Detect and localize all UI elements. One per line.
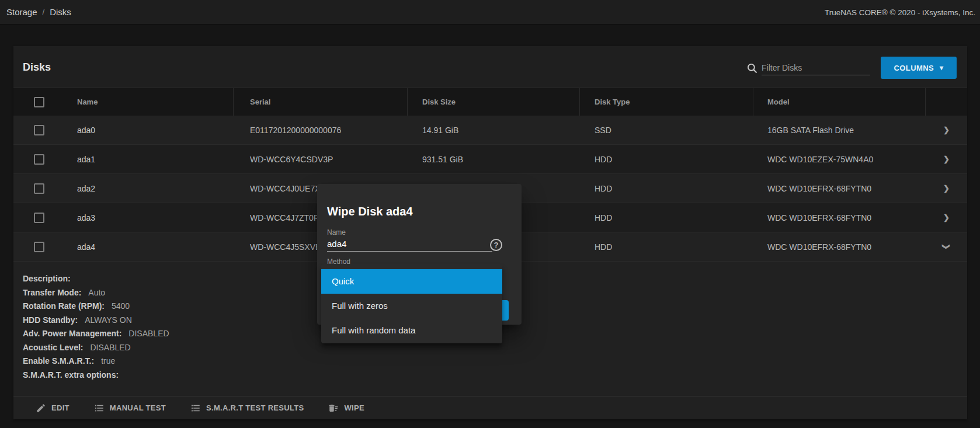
- truenas-disks-page: Storage / Disks TrueNAS CORE® © 2020 - i…: [0, 0, 980, 428]
- method-option-full-random[interactable]: Full with random data: [321, 318, 502, 343]
- edit-button-label: EDIT: [51, 403, 69, 412]
- cell-disk-type: HDD: [580, 232, 753, 261]
- select-all-checkbox[interactable]: [34, 97, 44, 107]
- cell-disk-size: 931.51 GiB: [408, 145, 580, 173]
- disk-name-input[interactable]: [327, 236, 492, 252]
- breadcrumb-storage[interactable]: Storage: [6, 7, 37, 17]
- detail-label: Transfer Mode:: [23, 288, 81, 297]
- filter-disks-input[interactable]: [762, 60, 870, 75]
- cell-disk-type: HDD: [580, 203, 753, 232]
- cell-name: ada3: [72, 203, 234, 232]
- cell-name: ada1: [72, 145, 234, 173]
- row-checkbox[interactable]: [34, 213, 44, 223]
- detail-label: S.M.A.R.T. extra options:: [23, 370, 119, 380]
- chevron-down-icon[interactable]: ❯: [942, 243, 951, 250]
- help-icon[interactable]: ?: [490, 239, 502, 251]
- method-dropdown-panel: Quick Full with zeros Full with random d…: [321, 264, 502, 343]
- wipe-icon: [328, 403, 339, 413]
- columns-button-label: COLUMNS: [894, 64, 934, 72]
- breadcrumb-disks: Disks: [50, 7, 71, 17]
- header-model[interactable]: Model: [753, 88, 926, 116]
- manual-test-button[interactable]: MANUAL TEST: [94, 403, 166, 413]
- method-option-full-zeros[interactable]: Full with zeros: [321, 294, 502, 318]
- cell-disk-type: HDD: [580, 174, 753, 203]
- detail-label: Description:: [23, 274, 71, 283]
- cell-model: 16GB SATA Flash Drive: [753, 116, 926, 144]
- detail-value: DISABLED: [128, 329, 169, 338]
- detail-row: S.M.A.R.T. extra options:: [23, 368, 967, 382]
- cell-name: ada2: [72, 174, 234, 203]
- columns-button[interactable]: COLUMNS ▾: [881, 57, 957, 79]
- header-serial[interactable]: Serial: [234, 88, 408, 116]
- name-field-label: Name: [327, 228, 346, 236]
- row-checkbox[interactable]: [34, 183, 44, 194]
- detail-label: Adv. Power Management:: [23, 329, 121, 338]
- cell-name: ada0: [72, 116, 234, 144]
- row-checkbox[interactable]: [34, 154, 44, 165]
- wipe-button[interactable]: WIPE: [328, 403, 364, 413]
- chevron-right-icon[interactable]: ❯: [943, 184, 950, 193]
- edit-button[interactable]: EDIT: [36, 403, 69, 413]
- caret-down-icon: ▾: [940, 64, 943, 72]
- detail-row: Enable S.M.A.R.T.:true: [23, 354, 967, 368]
- manual-test-button-label: MANUAL TEST: [110, 403, 166, 412]
- smart-test-results-button[interactable]: S.M.A.R.T TEST RESULTS: [190, 403, 304, 413]
- bulleted-list-icon: [190, 403, 201, 413]
- header-disk-type[interactable]: Disk Type: [580, 88, 753, 116]
- cell-model: WDC WD10EFRX-68FYTN0: [753, 232, 926, 261]
- page-title: Disks: [23, 61, 51, 74]
- header-disk-size[interactable]: Disk Size: [408, 88, 580, 116]
- detail-value: DISABLED: [90, 343, 130, 352]
- detail-value: Auto: [88, 288, 105, 297]
- detail-value: ALWAYS ON: [85, 315, 132, 325]
- method-option-quick[interactable]: Quick: [321, 269, 502, 294]
- cell-disk-type: HDD: [580, 145, 753, 173]
- wipe-button-label: WIPE: [344, 403, 364, 412]
- detail-label: Rotation Rate (RPM):: [23, 301, 105, 311]
- row-checkbox[interactable]: [34, 125, 44, 135]
- brand-copyright: TrueNAS CORE® © 2020 - iXsystems, Inc.: [825, 0, 975, 25]
- bulleted-list-icon: [94, 403, 105, 413]
- cell-model: WDC WD10EFRX-68FYTN0: [753, 203, 926, 232]
- top-bar: Storage / Disks TrueNAS CORE® © 2020 - i…: [0, 0, 980, 25]
- chevron-right-icon[interactable]: ❯: [943, 155, 950, 163]
- table-header-row: Name Serial Disk Size Disk Type Model: [13, 88, 967, 116]
- detail-value: 5400: [112, 301, 130, 311]
- dialog-title: Wipe Disk ada4: [327, 205, 413, 218]
- cell-serial: WD-WCC6Y4CSDV3P: [234, 145, 408, 173]
- detail-label: HDD Standby:: [23, 315, 78, 325]
- cell-model: WDC WD10EZEX-75WN4A0: [753, 145, 926, 173]
- chevron-right-icon[interactable]: ❯: [943, 213, 950, 222]
- detail-label: Enable S.M.A.R.T.:: [23, 356, 94, 366]
- breadcrumb: Storage / Disks: [6, 7, 71, 17]
- detail-label: Acoustic Level:: [23, 343, 83, 352]
- row-checkbox[interactable]: [34, 242, 44, 252]
- smart-test-results-button-label: S.M.A.R.T TEST RESULTS: [206, 403, 304, 412]
- search-icon: [746, 62, 758, 74]
- cell-name: ada4: [72, 232, 234, 261]
- breadcrumb-separator: /: [43, 8, 45, 16]
- pencil-icon: [36, 403, 46, 413]
- table-row-ada0[interactable]: ada0 E0117201200000000076 14.91 GiB SSD …: [13, 116, 967, 145]
- cell-disk-type: SSD: [580, 116, 753, 144]
- header-name[interactable]: Name: [72, 88, 234, 116]
- disk-actions-toolbar: EDIT MANUAL TEST S.M.A.R.T TEST RESULTS …: [13, 396, 967, 419]
- table-row-ada1[interactable]: ada1 WD-WCC6Y4CSDV3P 931.51 GiB HDD WDC …: [13, 145, 967, 174]
- detail-value: true: [101, 356, 115, 366]
- chevron-right-icon[interactable]: ❯: [943, 126, 950, 134]
- cell-serial: E0117201200000000076: [234, 116, 408, 144]
- cell-model: WDC WD10EFRX-68FYTN0: [753, 174, 926, 203]
- cell-disk-size: 14.91 GiB: [408, 116, 580, 144]
